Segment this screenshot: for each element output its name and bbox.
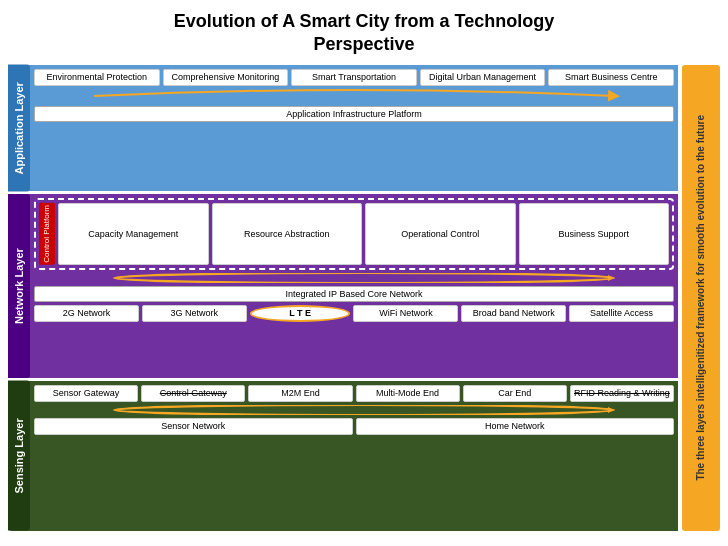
svg-point-2: [114, 405, 614, 415]
net-capacity: Capacity Management: [58, 203, 209, 265]
net-resource: Resource Abstraction: [212, 203, 363, 265]
management-dashed: Control Platform Capacity Management Res…: [34, 198, 674, 270]
net-business: Business Support: [519, 203, 670, 265]
network-layer-content: Control Platform Capacity Management Res…: [30, 194, 678, 378]
app-urban: Digital Urban Management: [420, 69, 546, 86]
application-layer-label: Application Layer: [8, 65, 30, 192]
app-business: Smart Business Centre: [548, 69, 674, 86]
net-wifi: WiFi Network: [353, 305, 458, 322]
app-platform-bar: Application Infrastructure Platform: [34, 106, 674, 122]
sense-sensor-gateway: Sensor Gateway: [34, 385, 138, 402]
sensing-layer-label: Sensing Layer: [8, 381, 30, 531]
net-3g: 3G Network: [142, 305, 247, 322]
sidebar-text: The three layers intelligenitized framew…: [695, 115, 707, 481]
net-satellite: Satellite Access: [569, 305, 674, 322]
sense-multimode: Multi-Mode End: [356, 385, 460, 402]
page: Evolution of A Smart City from a Technol…: [0, 0, 728, 546]
sense-m2m: M2M End: [248, 385, 352, 402]
svg-point-0: [114, 273, 614, 283]
sense-control-gateway: Control Gateway: [141, 385, 245, 402]
sensing-layer: Sensing Layer Sensor Gateway Control Gat…: [8, 381, 678, 531]
page-title: Evolution of A Smart City from a Technol…: [0, 0, 728, 65]
net-operational: Operational Control: [365, 203, 516, 265]
core-network-bar: Integrated IP Based Core Network: [34, 286, 674, 302]
app-transportation: Smart Transportation: [291, 69, 417, 86]
svg-marker-3: [608, 407, 614, 413]
net-access-row: 2G Network 3G Network L T E WiFi Network…: [34, 305, 674, 322]
sense-sensor-network: Sensor Network: [34, 418, 353, 435]
sensing-layer-content: Sensor Gateway Control Gateway M2M End M…: [30, 381, 678, 531]
right-sidebar: The three layers intelligenitized framew…: [682, 65, 720, 531]
app-row: Environmental Protection Comprehensive M…: [34, 69, 674, 86]
app-environmental: Environmental Protection: [34, 69, 160, 86]
sense-car: Car End: [463, 385, 567, 402]
net-broadband: Broad band Network: [461, 305, 566, 322]
control-platform: Control Platform: [39, 203, 55, 265]
network-layer: Network Layer Control Platform Capacity …: [8, 194, 678, 378]
sense-row1: Sensor Gateway Control Gateway M2M End M…: [34, 385, 674, 402]
net-2g: 2G Network: [34, 305, 139, 322]
application-layer: Application Layer Environmental Protecti…: [8, 65, 678, 192]
svg-marker-1: [608, 275, 614, 281]
diagram-area: Application Layer Environmental Protecti…: [0, 65, 728, 535]
application-layer-content: Environmental Protection Comprehensive M…: [30, 65, 678, 192]
net-lte: L T E: [250, 305, 351, 322]
sense-row2: Sensor Network Home Network: [34, 418, 674, 435]
sense-rfid: RFID Reading & Writing: [570, 385, 674, 402]
network-layer-label: Network Layer: [8, 194, 30, 378]
layers-container: Application Layer Environmental Protecti…: [8, 65, 678, 531]
app-monitoring: Comprehensive Monitoring: [163, 69, 289, 86]
sense-home-network: Home Network: [356, 418, 675, 435]
